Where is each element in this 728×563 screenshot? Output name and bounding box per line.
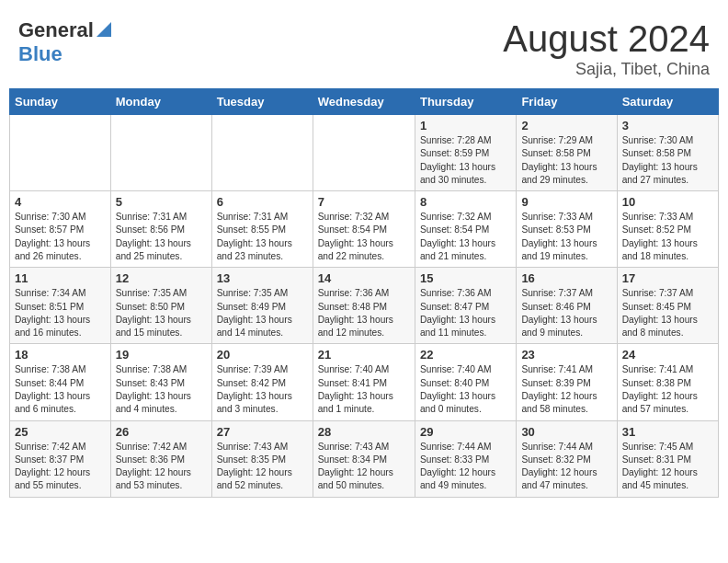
day-number: 1	[420, 119, 511, 132]
day-info: Sunrise: 7:31 AM Sunset: 8:55 PM Dayligh…	[217, 211, 308, 263]
month-title-block: August 2024 Sajia, Tibet, China	[503, 18, 710, 79]
calendar-week-row: 18Sunrise: 7:38 AM Sunset: 8:44 PM Dayli…	[10, 344, 719, 420]
weekday-header-friday: Friday	[517, 89, 617, 115]
day-number: 2	[521, 119, 611, 132]
calendar-cell: 11Sunrise: 7:34 AM Sunset: 8:51 PM Dayli…	[10, 268, 111, 344]
calendar-cell: 1Sunrise: 7:28 AM Sunset: 8:59 PM Daylig…	[415, 115, 516, 191]
calendar-cell: 21Sunrise: 7:40 AM Sunset: 8:41 PM Dayli…	[313, 344, 415, 420]
calendar-cell: 7Sunrise: 7:32 AM Sunset: 8:54 PM Daylig…	[313, 191, 415, 268]
calendar-cell: 22Sunrise: 7:40 AM Sunset: 8:40 PM Dayli…	[415, 344, 516, 420]
day-info: Sunrise: 7:44 AM Sunset: 8:33 PM Dayligh…	[420, 441, 511, 493]
calendar-cell: 28Sunrise: 7:43 AM Sunset: 8:34 PM Dayli…	[313, 420, 415, 497]
day-info: Sunrise: 7:42 AM Sunset: 8:36 PM Dayligh…	[116, 441, 207, 493]
day-number: 16	[521, 271, 611, 285]
day-number: 29	[420, 425, 511, 439]
calendar-cell: 4Sunrise: 7:30 AM Sunset: 8:57 PM Daylig…	[10, 191, 111, 268]
day-number: 7	[318, 195, 410, 209]
calendar-cell: 23Sunrise: 7:41 AM Sunset: 8:39 PM Dayli…	[517, 344, 617, 420]
day-info: Sunrise: 7:40 AM Sunset: 8:40 PM Dayligh…	[420, 363, 511, 416]
weekday-header-thursday: Thursday	[415, 89, 516, 115]
location-heading: Sajia, Tibet, China	[503, 60, 710, 79]
calendar-cell: 27Sunrise: 7:43 AM Sunset: 8:35 PM Dayli…	[211, 420, 313, 497]
calendar-cell: 20Sunrise: 7:39 AM Sunset: 8:42 PM Dayli…	[211, 344, 313, 420]
weekday-header-monday: Monday	[110, 89, 211, 115]
day-number: 30	[521, 425, 611, 439]
day-number: 9	[521, 195, 611, 209]
weekday-header-saturday: Saturday	[617, 89, 718, 115]
day-info: Sunrise: 7:42 AM Sunset: 8:37 PM Dayligh…	[15, 441, 106, 493]
calendar-cell: 6Sunrise: 7:31 AM Sunset: 8:55 PM Daylig…	[211, 191, 313, 268]
calendar-cell	[110, 115, 211, 191]
day-number: 23	[521, 348, 611, 362]
day-number: 14	[318, 271, 410, 285]
calendar-cell	[313, 115, 415, 191]
calendar-cell: 24Sunrise: 7:41 AM Sunset: 8:38 PM Dayli…	[617, 344, 718, 420]
weekday-header-sunday: Sunday	[10, 89, 111, 115]
day-info: Sunrise: 7:40 AM Sunset: 8:41 PM Dayligh…	[318, 363, 410, 416]
calendar-table: SundayMondayTuesdayWednesdayThursdayFrid…	[9, 88, 719, 498]
day-info: Sunrise: 7:37 AM Sunset: 8:46 PM Dayligh…	[521, 287, 611, 339]
calendar-cell: 16Sunrise: 7:37 AM Sunset: 8:46 PM Dayli…	[517, 268, 617, 344]
day-number: 26	[116, 425, 207, 439]
day-info: Sunrise: 7:41 AM Sunset: 8:39 PM Dayligh…	[521, 363, 611, 416]
calendar-cell: 9Sunrise: 7:33 AM Sunset: 8:53 PM Daylig…	[517, 191, 617, 268]
day-info: Sunrise: 7:38 AM Sunset: 8:44 PM Dayligh…	[15, 363, 106, 416]
logo: General Blue	[18, 18, 111, 66]
day-info: Sunrise: 7:30 AM Sunset: 8:58 PM Dayligh…	[622, 134, 713, 187]
calendar-header-row: SundayMondayTuesdayWednesdayThursdayFrid…	[10, 89, 719, 115]
calendar-cell: 8Sunrise: 7:32 AM Sunset: 8:54 PM Daylig…	[415, 191, 516, 268]
calendar-cell: 14Sunrise: 7:36 AM Sunset: 8:48 PM Dayli…	[313, 268, 415, 344]
day-number: 5	[116, 195, 207, 209]
day-info: Sunrise: 7:32 AM Sunset: 8:54 PM Dayligh…	[318, 211, 410, 263]
day-number: 4	[15, 195, 106, 209]
logo-triangle-icon	[97, 22, 111, 40]
day-info: Sunrise: 7:39 AM Sunset: 8:42 PM Dayligh…	[217, 363, 308, 416]
svg-marker-0	[97, 22, 111, 37]
day-number: 12	[116, 271, 207, 285]
weekday-header-tuesday: Tuesday	[211, 89, 313, 115]
day-number: 10	[622, 195, 713, 209]
day-number: 18	[15, 348, 106, 362]
calendar-cell: 15Sunrise: 7:36 AM Sunset: 8:47 PM Dayli…	[415, 268, 516, 344]
day-number: 25	[15, 425, 106, 439]
calendar-cell: 19Sunrise: 7:38 AM Sunset: 8:43 PM Dayli…	[110, 344, 211, 420]
day-number: 15	[420, 271, 511, 285]
day-info: Sunrise: 7:43 AM Sunset: 8:34 PM Dayligh…	[318, 441, 410, 493]
day-info: Sunrise: 7:44 AM Sunset: 8:32 PM Dayligh…	[521, 441, 611, 493]
day-number: 20	[217, 348, 308, 362]
calendar-week-row: 4Sunrise: 7:30 AM Sunset: 8:57 PM Daylig…	[10, 191, 719, 268]
calendar-cell: 30Sunrise: 7:44 AM Sunset: 8:32 PM Dayli…	[517, 420, 617, 497]
day-number: 17	[622, 271, 713, 285]
calendar-cell: 25Sunrise: 7:42 AM Sunset: 8:37 PM Dayli…	[10, 420, 111, 497]
day-number: 27	[217, 425, 308, 439]
day-info: Sunrise: 7:33 AM Sunset: 8:53 PM Dayligh…	[521, 211, 611, 263]
day-info: Sunrise: 7:31 AM Sunset: 8:56 PM Dayligh…	[116, 211, 207, 263]
calendar-cell: 3Sunrise: 7:30 AM Sunset: 8:58 PM Daylig…	[617, 115, 718, 191]
day-number: 13	[217, 271, 308, 285]
day-info: Sunrise: 7:30 AM Sunset: 8:57 PM Dayligh…	[15, 211, 106, 263]
page-header: General Blue August 2024 Sajia, Tibet, C…	[9, 9, 719, 84]
calendar-cell: 17Sunrise: 7:37 AM Sunset: 8:45 PM Dayli…	[617, 268, 718, 344]
calendar-cell: 31Sunrise: 7:45 AM Sunset: 8:31 PM Dayli…	[617, 420, 718, 497]
day-info: Sunrise: 7:34 AM Sunset: 8:51 PM Dayligh…	[15, 287, 106, 339]
calendar-cell: 5Sunrise: 7:31 AM Sunset: 8:56 PM Daylig…	[110, 191, 211, 268]
weekday-header-wednesday: Wednesday	[313, 89, 415, 115]
day-number: 22	[420, 348, 511, 362]
calendar-week-row: 1Sunrise: 7:28 AM Sunset: 8:59 PM Daylig…	[10, 115, 719, 191]
day-info: Sunrise: 7:41 AM Sunset: 8:38 PM Dayligh…	[622, 363, 713, 416]
day-info: Sunrise: 7:36 AM Sunset: 8:48 PM Dayligh…	[318, 287, 410, 339]
calendar-week-row: 25Sunrise: 7:42 AM Sunset: 8:37 PM Dayli…	[10, 420, 719, 497]
day-number: 6	[217, 195, 308, 209]
calendar-week-row: 11Sunrise: 7:34 AM Sunset: 8:51 PM Dayli…	[10, 268, 719, 344]
day-info: Sunrise: 7:35 AM Sunset: 8:50 PM Dayligh…	[116, 287, 207, 339]
calendar-cell	[10, 115, 111, 191]
day-info: Sunrise: 7:29 AM Sunset: 8:58 PM Dayligh…	[521, 134, 611, 187]
month-year-heading: August 2024	[503, 18, 710, 60]
calendar-cell: 29Sunrise: 7:44 AM Sunset: 8:33 PM Dayli…	[415, 420, 516, 497]
day-number: 31	[622, 425, 713, 439]
day-info: Sunrise: 7:28 AM Sunset: 8:59 PM Dayligh…	[420, 134, 511, 187]
calendar-cell: 10Sunrise: 7:33 AM Sunset: 8:52 PM Dayli…	[617, 191, 718, 268]
day-number: 11	[15, 271, 106, 285]
day-number: 3	[622, 119, 713, 132]
day-number: 19	[116, 348, 207, 362]
